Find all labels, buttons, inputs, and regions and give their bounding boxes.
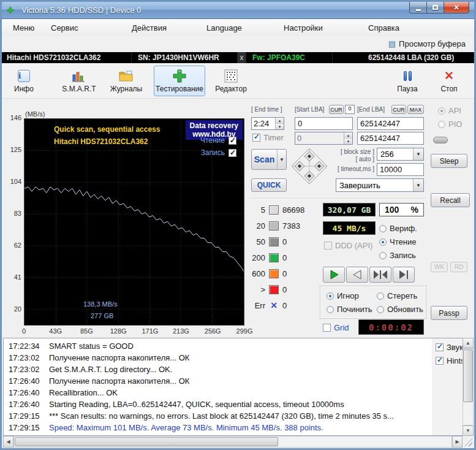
- log-area[interactable]: 17:22:34SMART status = GOOD 17:23:02Полу…: [3, 338, 463, 436]
- menu-item-service[interactable]: Сервис: [46, 21, 83, 34]
- rd-button[interactable]: RD: [450, 262, 467, 272]
- write-checkbox[interactable]: [229, 149, 236, 157]
- scroll-right-button[interactable]: ▶: [452, 436, 463, 448]
- scan-dropdown-icon[interactable]: [277, 150, 286, 169]
- menu-item-language[interactable]: Language: [202, 21, 247, 34]
- spin-up-icon[interactable]: ▲: [276, 118, 284, 124]
- scroll-up-button[interactable]: ▲: [463, 338, 474, 348]
- log-row: 17:29:15*** Scan results: no warnings, n…: [4, 410, 462, 422]
- write-radio[interactable]: [379, 252, 387, 259]
- pio-radio[interactable]: [438, 121, 445, 128]
- minimize-button[interactable]: [409, 2, 427, 13]
- editor-tool-button[interactable]: Редактор: [211, 66, 251, 96]
- erase-radio[interactable]: [377, 292, 384, 300]
- y-tick-label: 83: [14, 210, 21, 217]
- end-lba-label: [End LBA]: [357, 106, 385, 113]
- quick-button[interactable]: QUICK: [251, 178, 287, 192]
- menu-item-menu[interactable]: Меню: [8, 21, 39, 34]
- seek-defect-icon: [372, 269, 388, 281]
- block-size-select[interactable]: 256: [377, 148, 424, 161]
- spinner-arrows[interactable]: ▲▼: [275, 118, 284, 129]
- device-serial-close-icon[interactable]: x: [238, 52, 246, 63]
- sleep-button[interactable]: Sleep: [431, 154, 467, 168]
- timeout-input[interactable]: [377, 163, 424, 176]
- menu-item-help[interactable]: Справка: [363, 21, 404, 34]
- logs-tool-button[interactable]: Журналы: [107, 66, 145, 96]
- log-time: 17:23:02: [4, 353, 49, 362]
- pass-count-value[interactable]: [295, 132, 344, 144]
- direction-pad[interactable]: [290, 147, 329, 186]
- read-checkbox[interactable]: [229, 137, 236, 145]
- pause-label: Пауза: [397, 85, 417, 93]
- maximize-button[interactable]: [427, 2, 444, 13]
- end-lba-cur-button[interactable]: CUR: [391, 105, 406, 114]
- victoria-window: Victoria 5.36 HDD/SSD | Device 0 Меню Се…: [0, 0, 476, 450]
- read-radio[interactable]: [379, 238, 387, 246]
- spin-up-icon[interactable]: ▲: [344, 132, 352, 139]
- timer-checkbox[interactable]: [252, 134, 260, 142]
- hints-option: Hints: [436, 356, 465, 365]
- sound-checkbox[interactable]: [436, 343, 444, 351]
- seek-defect-button[interactable]: [369, 267, 391, 283]
- error-x-icon: [269, 301, 279, 310]
- end-time-value[interactable]: [252, 118, 275, 129]
- title-bar[interactable]: Victoria 5.36 HDD/SSD | Device 0: [2, 2, 474, 19]
- elapsed-time-display: 0:00:02: [358, 319, 424, 335]
- chevron-down-icon[interactable]: [413, 148, 423, 160]
- start-lba-input[interactable]: [295, 117, 353, 130]
- graph-y-axis: 14612510483624120: [3, 118, 23, 326]
- seek-end-button[interactable]: [393, 267, 415, 283]
- wk-button[interactable]: WK: [431, 262, 448, 272]
- scan-label: Scan: [252, 154, 277, 164]
- spin-down-icon[interactable]: ▼: [276, 124, 284, 129]
- end-lba-input[interactable]: [357, 117, 424, 130]
- stop-button[interactable]: Стоп: [429, 66, 469, 96]
- bucket-swatch: [269, 237, 279, 246]
- action-refresh-option: Обновить: [377, 305, 423, 314]
- repair-radio[interactable]: [327, 306, 334, 313]
- scan-button[interactable]: Scan: [251, 149, 287, 170]
- timer-label: Timer: [263, 133, 284, 142]
- speed-graph[interactable]: Data recovery www.hdd.by Quick scan, seq…: [24, 118, 244, 326]
- verify-radio[interactable]: [379, 225, 387, 232]
- bucket-label: >: [249, 285, 265, 294]
- v-scroll-thumb[interactable]: [463, 349, 473, 402]
- end-lba-input-2[interactable]: [357, 132, 424, 145]
- verify-label: Вериф.: [390, 224, 417, 233]
- pass-count-spinner[interactable]: ▲▼: [295, 132, 353, 145]
- scroll-left-button[interactable]: ◀: [3, 436, 13, 448]
- smart-tool-button[interactable]: S.M.A.R.T: [59, 66, 99, 96]
- ddd-checkbox[interactable]: [324, 242, 332, 250]
- start-test-button[interactable]: [323, 267, 345, 283]
- end-time-spinner[interactable]: ▲▼: [251, 117, 284, 130]
- menu-item-settings[interactable]: Настройки: [279, 21, 328, 34]
- start-lba-cur-button[interactable]: CUR: [329, 105, 344, 114]
- finish-action-select[interactable]: Завершить: [336, 178, 424, 192]
- resize-grip[interactable]: [463, 436, 474, 448]
- passport-button[interactable]: Passp: [431, 306, 467, 320]
- scroll-down-button[interactable]: ▼: [463, 425, 474, 436]
- step-back-button[interactable]: [346, 267, 368, 283]
- buffer-view-button[interactable]: Просмотр буфера: [386, 38, 468, 50]
- menu-item-actions[interactable]: Действия: [127, 21, 172, 34]
- log-time: 17:26:40: [4, 400, 49, 409]
- chevron-down-icon[interactable]: [413, 179, 423, 191]
- spinner-arrows[interactable]: ▲▼: [344, 132, 352, 144]
- log-text: Starting Reading, LBA=0..625142447, QUIC…: [49, 400, 344, 409]
- api-radio[interactable]: [438, 107, 445, 115]
- end-lba-max-button[interactable]: MAX: [407, 105, 424, 114]
- info-tool-button[interactable]: Инфо: [7, 66, 41, 96]
- ignore-radio[interactable]: [327, 292, 334, 300]
- spin-down-icon[interactable]: ▼: [344, 139, 352, 144]
- sound-label: Звук: [447, 343, 463, 352]
- pause-button[interactable]: Пауза: [390, 66, 425, 96]
- h-scroll-thumb[interactable]: [15, 437, 278, 446]
- test-tool-button[interactable]: Тестирование: [154, 66, 205, 96]
- hints-checkbox[interactable]: [436, 357, 444, 365]
- refresh-radio[interactable]: [377, 306, 384, 313]
- grid-checkbox[interactable]: [323, 324, 331, 332]
- close-button[interactable]: [444, 2, 469, 13]
- bucket-swatch: [269, 205, 279, 215]
- recall-button[interactable]: Recall: [431, 193, 470, 207]
- auto-label: [ auto ]: [331, 156, 374, 162]
